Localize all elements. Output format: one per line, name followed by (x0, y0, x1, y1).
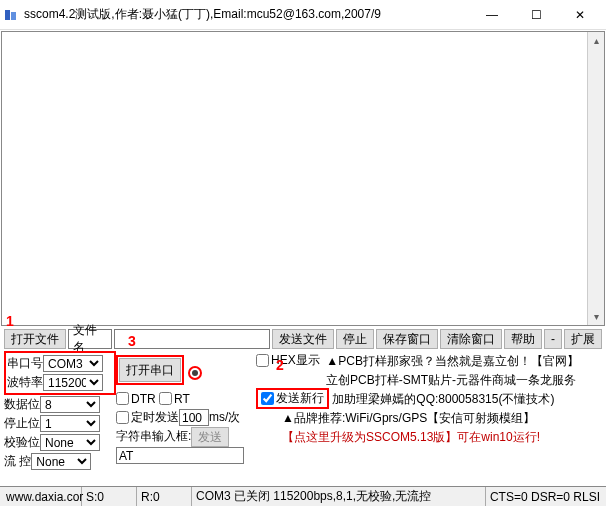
status-sent: S:0 (82, 487, 137, 506)
promo-line3: 加助理梁婵嫣的QQ:800058315(不懂技术) (332, 390, 554, 408)
send-file-button[interactable]: 发送文件 (272, 329, 334, 349)
clear-window-button[interactable]: 清除窗口 (440, 329, 502, 349)
port-label: 串口号 (7, 355, 43, 372)
send-newline-checkbox[interactable] (261, 392, 274, 405)
svg-rect-0 (5, 10, 10, 20)
hex-show-checkbox[interactable] (256, 354, 269, 367)
collapse-button[interactable]: - (544, 329, 562, 349)
close-button[interactable]: ✕ (558, 1, 602, 29)
maximize-button[interactable]: ☐ (514, 1, 558, 29)
dtr-checkbox[interactable] (116, 392, 129, 405)
input-label: 字符串输入框: (116, 428, 191, 445)
timed-unit: ms/次 (209, 409, 240, 426)
port-select[interactable]: COM3 (43, 355, 103, 372)
app-icon (4, 7, 20, 23)
triangle-icon: ▲ (282, 409, 294, 427)
promo-line4: 品牌推荐:WiFi/Gprs/GPS【安信可射频模组】 (294, 409, 535, 427)
controls-panel: 1 打开文件 文件名 发送文件 停止 保存窗口 清除窗口 帮助 - 扩展 3 2… (0, 327, 606, 473)
timed-interval-input[interactable] (179, 409, 209, 426)
status-connection: COM3 已关闭 115200bps,8,1,无校验,无流控 (192, 487, 486, 506)
databits-label: 数据位 (4, 396, 40, 413)
triangle-icon: ▲ (326, 354, 338, 368)
baud-select[interactable]: 115200 (43, 374, 103, 391)
window-title: sscom4.2测试版,作者:聂小猛(丁丁),Email:mcu52@163.c… (24, 6, 470, 23)
baud-label: 波特率 (7, 374, 43, 391)
send-button[interactable]: 发送 (191, 427, 229, 447)
annotation-2: 2 (276, 357, 284, 373)
save-window-button[interactable]: 保存窗口 (376, 329, 438, 349)
status-bar: www.daxia.cor S:0 R:0 COM3 已关闭 115200bps… (0, 486, 606, 506)
stopbits-select[interactable]: 1 (40, 415, 100, 432)
status-site: www.daxia.cor (2, 487, 82, 506)
filename-input[interactable] (114, 329, 270, 349)
help-button[interactable]: 帮助 (504, 329, 542, 349)
send-input[interactable] (116, 447, 244, 464)
open-port-button[interactable]: 打开串口 (119, 358, 181, 382)
expand-button[interactable]: 扩展 (564, 329, 602, 349)
stop-button[interactable]: 停止 (336, 329, 374, 349)
stopbits-label: 停止位 (4, 415, 40, 432)
parity-select[interactable]: None (40, 434, 100, 451)
rts-checkbox[interactable] (159, 392, 172, 405)
status-recv: R:0 (137, 487, 192, 506)
receive-textarea[interactable]: ▴ ▾ (1, 31, 605, 326)
scrollbar[interactable]: ▴ ▾ (587, 32, 604, 325)
file-row: 打开文件 文件名 发送文件 停止 保存窗口 清除窗口 帮助 - 扩展 (4, 329, 602, 349)
minimize-button[interactable]: — (470, 1, 514, 29)
promo-line1: PCB打样那家强？当然就是嘉立创！【官网】 (338, 352, 579, 370)
svg-rect-1 (11, 12, 16, 20)
status-signals: CTS=0 DSR=0 RLSI (486, 487, 604, 506)
serial-config-highlight: 串口号 COM3 波特率 115200 (4, 351, 116, 395)
titlebar: sscom4.2测试版,作者:聂小猛(丁丁),Email:mcu52@163.c… (0, 0, 606, 30)
flow-select[interactable]: None (31, 453, 91, 470)
send-newline-label: 发送新行 (276, 390, 324, 407)
annotation-3: 3 (128, 333, 136, 349)
open-file-button[interactable]: 打开文件 (4, 329, 66, 349)
rts-label: RT (174, 392, 190, 406)
flow-label: 流 控 (4, 453, 31, 470)
dtr-label: DTR (131, 392, 156, 406)
port-status-indicator (188, 366, 202, 380)
scroll-up-icon[interactable]: ▴ (588, 32, 604, 49)
scroll-down-icon[interactable]: ▾ (588, 308, 604, 325)
promo-line2: 立创PCB打样-SMT贴片-元器件商城一条龙服务 (326, 371, 576, 389)
databits-select[interactable]: 8 (40, 396, 100, 413)
timed-send-checkbox[interactable] (116, 411, 129, 424)
parity-label: 校验位 (4, 434, 40, 451)
timed-send-label: 定时发送 (131, 409, 179, 426)
annotation-1: 1 (6, 313, 14, 329)
promo-line5[interactable]: 【点这里升级为SSCOM5.13版】可在win10运行! (282, 428, 540, 446)
filename-label: 文件名 (68, 329, 112, 349)
